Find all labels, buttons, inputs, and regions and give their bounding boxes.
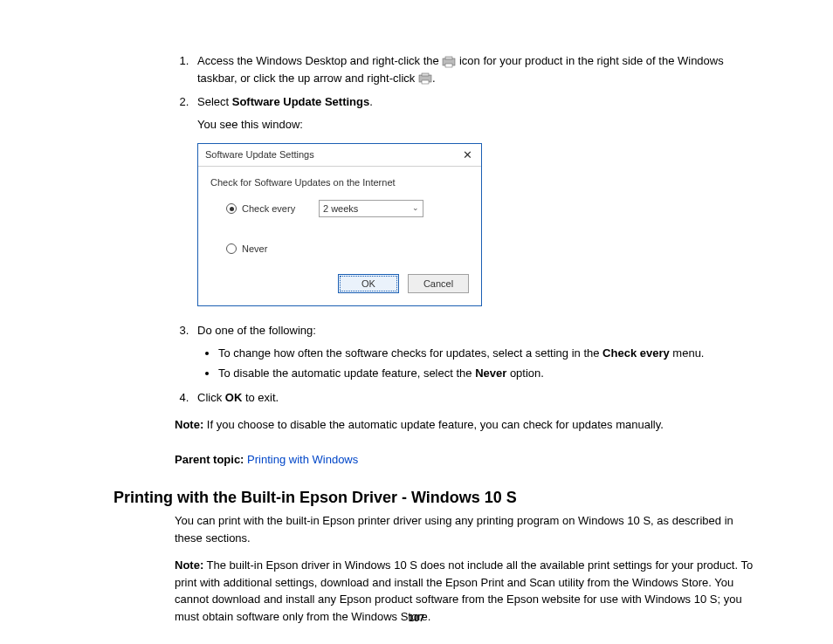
bullet-2-bold: Never <box>475 367 506 380</box>
section-p1: You can print with the built-in Epson pr… <box>175 512 763 546</box>
section-note-label: Note: <box>175 558 203 572</box>
step-1: Access the Windows Desktop and right-cli… <box>192 52 763 86</box>
parent-topic-link[interactable]: Printing with Windows <box>247 453 358 466</box>
cancel-button[interactable]: Cancel <box>408 274 469 294</box>
dialog-heading: Check for Software Updates on the Intern… <box>210 175 469 190</box>
step-4-b: to exit. <box>242 391 279 404</box>
step-2-text-b: . <box>369 95 373 108</box>
chevron-down-icon: ⌄ <box>412 202 419 215</box>
printer-tray-icon <box>418 72 432 85</box>
interval-select[interactable]: 2 weeks ⌄ <box>319 200 423 217</box>
radio-check-every-label: Check every <box>242 202 312 216</box>
bullet-1-b: menu. <box>670 346 705 360</box>
step-1-text-a: Access the Windows Desktop and right-cli… <box>197 54 442 67</box>
bullet-1-a: To change how often the software checks … <box>218 346 602 360</box>
note-text: If you choose to disable the automatic u… <box>203 418 664 431</box>
step-4-bold: OK <box>225 391 243 404</box>
section-body: You can print with the built-in Epson pr… <box>175 512 763 625</box>
dialog-body: Check for Software Updates on the Intern… <box>198 167 481 306</box>
printer-tray-icon <box>442 56 456 68</box>
bullet-1-bold: Check every <box>602 346 670 360</box>
svg-rect-4 <box>422 73 429 76</box>
step-3-bullets: To change how often the software checks … <box>197 345 763 382</box>
bullet-1: To change how often the software checks … <box>218 345 763 362</box>
content-column: Access the Windows Desktop and right-cli… <box>175 52 763 625</box>
ok-button[interactable]: OK <box>338 274 399 294</box>
svg-rect-2 <box>445 64 452 67</box>
svg-rect-5 <box>422 80 429 84</box>
radio-never[interactable] <box>226 243 237 254</box>
radio-never-label: Never <box>242 242 312 257</box>
never-row: Never <box>226 242 469 257</box>
step-4: Click OK to exit. <box>192 389 763 407</box>
software-update-dialog: Software Update Settings ✕ Check for Sof… <box>197 143 482 306</box>
step-2-bold: Software Update Settings <box>232 95 369 108</box>
dialog-button-row: OK Cancel <box>210 274 469 294</box>
parent-topic-label: Parent topic: <box>175 453 244 466</box>
page-number: 107 <box>0 613 833 623</box>
step-1-text-c: . <box>432 72 436 85</box>
step-3: Do one of the following: To change how o… <box>192 322 763 382</box>
step-2-text-a: Select <box>197 95 232 108</box>
bullet-2-a: To disable the automatic update feature,… <box>218 367 475 380</box>
radio-check-every[interactable] <box>226 203 237 214</box>
note-block: Note: If you choose to disable the autom… <box>175 416 763 434</box>
instruction-list: Access the Windows Desktop and right-cli… <box>175 52 763 406</box>
step-2: Select Software Update Settings. You see… <box>192 93 763 306</box>
bullet-2: To disable the automatic update feature,… <box>218 365 763 382</box>
dialog-title-text: Software Update Settings <box>205 147 314 162</box>
note-label: Note: <box>175 418 203 431</box>
step-2-subtext: You see this window: <box>197 116 763 134</box>
document-page: Access the Windows Desktop and right-cli… <box>0 0 833 644</box>
bullet-2-b: option. <box>506 367 544 380</box>
step-4-a: Click <box>197 391 225 404</box>
section-heading: Printing with the Built-in Epson Driver … <box>114 489 763 507</box>
parent-topic: Parent topic: Printing with Windows <box>175 451 763 469</box>
svg-rect-1 <box>445 57 452 59</box>
check-every-row: Check every 2 weeks ⌄ <box>226 200 469 217</box>
dialog-titlebar: Software Update Settings ✕ <box>198 144 481 167</box>
close-icon[interactable]: ✕ <box>461 149 474 161</box>
step-3-text: Do one of the following: <box>197 324 316 337</box>
interval-select-value: 2 weeks <box>323 202 358 216</box>
